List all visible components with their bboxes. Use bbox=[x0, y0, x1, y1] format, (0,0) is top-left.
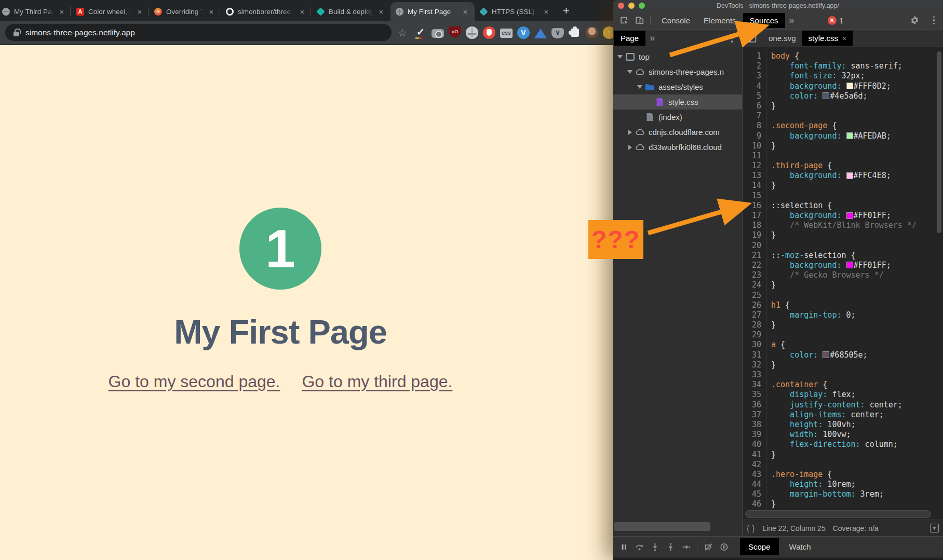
editor-tab-close-icon[interactable]: × bbox=[842, 34, 846, 43]
tree-item-simons-three-pages-n[interactable]: simons-three-pages.n bbox=[613, 64, 742, 79]
line-number: 22 bbox=[743, 261, 766, 270]
camera-icon[interactable] bbox=[432, 29, 444, 38]
chevron-right-icon[interactable] bbox=[626, 145, 634, 150]
inspect-element-icon[interactable] bbox=[618, 15, 629, 25]
browser-tab-6[interactable]: My First Page× bbox=[390, 2, 475, 21]
color-swatch[interactable] bbox=[823, 92, 829, 99]
devtools-menu-icon[interactable] bbox=[930, 16, 938, 25]
tab-close-icon[interactable]: × bbox=[58, 7, 66, 16]
puzzle-icon[interactable] bbox=[571, 29, 579, 37]
tab-close-icon[interactable]: × bbox=[207, 7, 215, 16]
collapse-navigator-icon[interactable] bbox=[746, 33, 757, 44]
step-over-icon[interactable] bbox=[631, 540, 647, 554]
code-editor[interactable]: 1body {2 font-family: sans-serif;3 font-… bbox=[743, 47, 943, 520]
tab-page[interactable]: Page bbox=[614, 31, 645, 46]
color-swatch[interactable] bbox=[846, 172, 853, 179]
page-link-1[interactable]: Go to my second page. bbox=[109, 372, 280, 391]
bookmark-star-icon[interactable]: ☆ bbox=[398, 26, 407, 39]
tab-close-icon[interactable]: × bbox=[377, 7, 385, 16]
browser-tab-3[interactable]: Overriding The D× bbox=[149, 2, 221, 21]
ublock-icon[interactable] bbox=[449, 26, 461, 39]
line-content: width: 100vw; bbox=[766, 430, 851, 440]
code-line-30: 30a { bbox=[743, 340, 943, 350]
color-swatch[interactable] bbox=[846, 262, 853, 268]
chevron-right-icon[interactable] bbox=[626, 130, 634, 135]
editor-tab-one.svg[interactable]: one.svg bbox=[762, 31, 802, 46]
browser-tab-4[interactable]: simonborer/three× bbox=[221, 2, 312, 21]
line-number: 46 bbox=[743, 499, 766, 509]
color-swatch[interactable] bbox=[846, 212, 853, 219]
browser-tab-1[interactable]: My Third Page× bbox=[0, 2, 71, 21]
line-number: 30 bbox=[743, 340, 766, 350]
color-swatch[interactable] bbox=[823, 351, 829, 358]
navigator-menu-icon[interactable] bbox=[728, 34, 736, 43]
code-line-4: 4 background: #FFF0D2; bbox=[743, 81, 943, 91]
chevron-down-icon[interactable] bbox=[616, 55, 624, 59]
page-link-2[interactable]: Go to my third page. bbox=[302, 372, 452, 391]
ruler-icon[interactable] bbox=[534, 29, 547, 38]
css-file-icon bbox=[654, 98, 665, 106]
debugger-tab-watch[interactable]: Watch bbox=[781, 538, 819, 555]
panel-tab-elements[interactable]: Elements bbox=[697, 13, 743, 28]
pause-on-exceptions-icon[interactable] bbox=[716, 540, 732, 554]
browser-tab-5[interactable]: Build & deploy | S× bbox=[312, 2, 390, 21]
panel-toggle-icon[interactable]: ▼ bbox=[930, 524, 939, 532]
deactivate-breakpoints-icon[interactable] bbox=[700, 540, 716, 554]
device-toolbar-icon[interactable] bbox=[634, 15, 645, 25]
line-content: ::selection { bbox=[766, 201, 832, 211]
line-content: font-size: 32px; bbox=[766, 71, 865, 81]
devtools-titlebar[interactable]: DevTools - simons-three-pages.netlify.ap… bbox=[613, 0, 943, 11]
error-badge[interactable]: ✕ 1 bbox=[828, 16, 843, 25]
line-content: background: #FFC4E8; bbox=[766, 171, 891, 181]
tree-item--index-[interactable]: (index) bbox=[613, 110, 742, 125]
color-swatch[interactable] bbox=[846, 83, 853, 89]
editor-horizontal-scrollbar[interactable] bbox=[745, 510, 931, 518]
more-panels-chevron[interactable]: » bbox=[785, 15, 799, 26]
tab-close-icon[interactable]: × bbox=[542, 7, 550, 16]
pretty-print-icon[interactable]: { } bbox=[747, 524, 755, 532]
new-tab-button[interactable]: + bbox=[563, 4, 570, 18]
css-icon[interactable] bbox=[500, 29, 513, 38]
browser-tab-2[interactable]: Color wheel, a co× bbox=[71, 2, 149, 21]
v-icon[interactable] bbox=[517, 26, 530, 39]
hand-icon[interactable] bbox=[483, 26, 495, 39]
panel-tab-console[interactable]: Console bbox=[655, 13, 697, 28]
line-content: } bbox=[766, 230, 776, 240]
editor-vertical-scrollbar[interactable] bbox=[937, 51, 941, 233]
close-window-button[interactable] bbox=[618, 3, 624, 9]
checkmark-icon[interactable] bbox=[414, 26, 427, 39]
address-bar[interactable]: simons-three-pages.netlify.app bbox=[5, 24, 392, 41]
chevron-down-icon[interactable] bbox=[626, 70, 634, 74]
editor-tab-style.css[interactable]: style.css× bbox=[802, 31, 853, 46]
tree-item-top[interactable]: top bbox=[613, 49, 742, 64]
tab-close-icon[interactable]: × bbox=[461, 7, 469, 16]
panel-tab-sources[interactable]: Sources bbox=[743, 13, 785, 28]
tab-title: My First Page bbox=[408, 8, 457, 16]
navigator-horizontal-scrollbar[interactable] bbox=[614, 522, 710, 531]
step-out-icon[interactable] bbox=[663, 540, 678, 554]
editor-tab-label: style.css bbox=[809, 34, 839, 43]
line-content: .third-page { bbox=[766, 161, 832, 171]
tree-item-cdnjs-cloudflare-com[interactable]: cdnjs.cloudflare.com bbox=[613, 125, 742, 140]
avatar[interactable] bbox=[586, 26, 598, 39]
tree-item-assets-styles[interactable]: assets/styles bbox=[613, 79, 742, 94]
tab-close-icon[interactable]: × bbox=[136, 7, 144, 16]
settings-gear-icon[interactable] bbox=[909, 15, 921, 25]
more-navigator-tabs-chevron[interactable]: » bbox=[645, 33, 659, 44]
pocket-icon[interactable] bbox=[551, 28, 564, 38]
tree-item-style-css[interactable]: style.css bbox=[613, 94, 742, 110]
zoom-window-button[interactable] bbox=[639, 3, 645, 9]
color-swatch[interactable] bbox=[846, 132, 853, 139]
chevron-down-icon[interactable] bbox=[636, 85, 644, 89]
url-text[interactable]: simons-three-pages.netlify.app bbox=[25, 28, 135, 37]
minimize-window-button[interactable] bbox=[628, 3, 635, 9]
globe2-icon[interactable] bbox=[466, 26, 478, 39]
tab-close-icon[interactable]: × bbox=[298, 7, 306, 16]
line-content: justify-content: center; bbox=[766, 400, 902, 410]
debugger-tab-scope[interactable]: Scope bbox=[740, 538, 779, 555]
step-into-icon[interactable] bbox=[647, 540, 663, 554]
tree-item-d33wubrfki0l68-cloud[interactable]: d33wubrfki0l68.cloud bbox=[613, 140, 742, 155]
browser-tab-7[interactable]: HTTPS (SSL) | N× bbox=[475, 2, 556, 21]
step-icon[interactable] bbox=[678, 540, 694, 554]
pause-script-icon[interactable] bbox=[616, 540, 631, 554]
